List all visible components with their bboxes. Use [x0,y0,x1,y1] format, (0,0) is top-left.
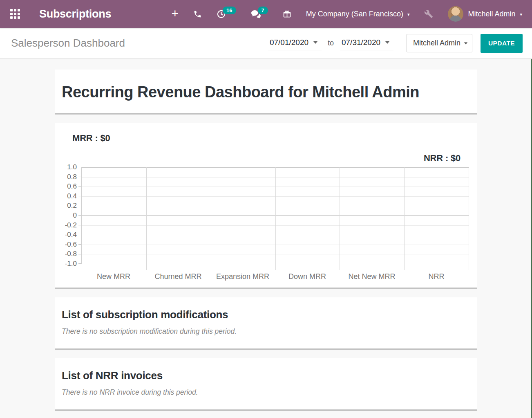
revenue-chart-card: MRR : $0 NRR : $0 1.00.80.60.40.20-0.2-0… [55,123,477,289]
apps-menu-icon[interactable] [10,9,20,19]
nrr-invoices-card: List of NRR invoices There is no NRR inv… [55,358,477,411]
developer-tools-button[interactable] [424,9,433,18]
date-to-field[interactable]: 07/31/2020 [340,36,393,50]
gridline-vertical [404,167,405,270]
top-navbar: Subscriptions + 16 7 [0,0,532,28]
plus-icon: + [172,7,179,20]
y-tick-label: 0 [73,211,81,220]
empty-state-text: There is no NRR invoice during this peri… [62,388,470,397]
y-tick-label: 0.6 [67,182,81,191]
x-category-label: Expansion MRR [210,272,275,281]
x-category-label: NRR [404,272,469,281]
x-category-label: Net New MRR [340,272,404,281]
y-tick-label: 1.0 [67,163,81,171]
messages-count-badge: 7 [258,7,268,14]
gridline-vertical [469,167,469,270]
activities-menu-button[interactable]: 16 [217,9,236,19]
date-from-value: 07/01/2020 [270,38,308,47]
user-menu[interactable]: Mitchell Admin ▾ [448,6,522,22]
chevron-down-icon: ▾ [407,12,410,17]
user-avatar [448,6,463,22]
user-name: Mitchell Admin [468,10,515,18]
gridline-vertical [211,167,211,270]
update-button[interactable]: UPDATE [481,34,523,53]
chevron-down-icon: ▾ [520,12,522,17]
messages-menu-button[interactable]: 7 [251,9,268,19]
chart-plot-area [81,167,469,264]
salesperson-value: Mitchell Admin [413,39,460,47]
control-panel: Salesperson Dashboard 07/01/2020 to 07/3… [0,28,532,59]
y-tick-label: -0.8 [65,250,81,258]
chevron-down-icon [313,41,317,44]
section-title: List of subscription modifications [62,308,470,321]
gridline-vertical [275,167,276,270]
quick-create-button[interactable]: + [172,9,179,20]
gridline-vertical [146,167,147,270]
date-to-value: 07/31/2020 [342,38,380,47]
y-tick-label: -1.0 [65,260,81,268]
voip-phone-button[interactable] [193,10,202,18]
chevron-down-icon [385,41,389,44]
x-category-label: Down MRR [275,272,340,281]
company-name: My Company (San Francisco) [306,10,403,18]
date-range-to-label: to [328,39,334,47]
dashboard-content: Recurring Revenue Dashboard for Mitchell… [55,70,477,411]
mrr-total-label: MRR : $0 [72,133,477,144]
company-switcher[interactable]: My Company (San Francisco) ▾ [306,10,410,18]
dashboard-heading-card: Recurring Revenue Dashboard for Mitchell… [55,70,477,115]
y-tick-label: 0.2 [67,202,81,210]
x-category-label: Churned MRR [146,272,210,281]
y-tick-label: 0.8 [67,173,81,181]
wrench-icon [424,9,433,18]
subscription-modifications-card: List of subscription modifications There… [55,297,477,350]
nrr-total-label: NRR : $0 [55,153,460,164]
y-tick-label: -0.4 [65,231,81,239]
chart-x-axis: New MRRChurned MRRExpansion MRRDown MRRN… [81,272,469,288]
dashboard-heading: Recurring Revenue Dashboard for Mitchell… [62,81,438,103]
app-title[interactable]: Subscriptions [39,8,111,20]
section-title: List of NRR invoices [62,369,470,382]
activities-count-badge: 16 [223,7,236,14]
chart-y-axis: 1.00.80.60.40.20-0.2-0.4-0.6-0.8-1.0 [60,167,81,264]
salesperson-select[interactable]: Mitchell Admin [407,34,472,52]
x-category-label: New MRR [81,272,146,281]
gift-icon [283,10,291,18]
revenue-bar-chart: 1.00.80.60.40.20-0.2-0.4-0.6-0.8-1.0 [55,167,477,264]
phone-icon [193,10,202,18]
gridline-vertical [340,167,340,270]
y-tick-label: -0.2 [65,221,81,229]
systray: + 16 7 My Company [172,6,522,22]
date-from-field[interactable]: 07/01/2020 [268,36,322,50]
empty-state-text: There is no subscription modification du… [62,327,470,336]
chevron-down-icon [464,42,468,44]
y-tick-label: 0.4 [67,192,81,200]
rewards-button[interactable] [283,10,291,18]
y-tick-label: -0.6 [65,240,81,249]
page-title: Salesperson Dashboard [11,37,125,49]
